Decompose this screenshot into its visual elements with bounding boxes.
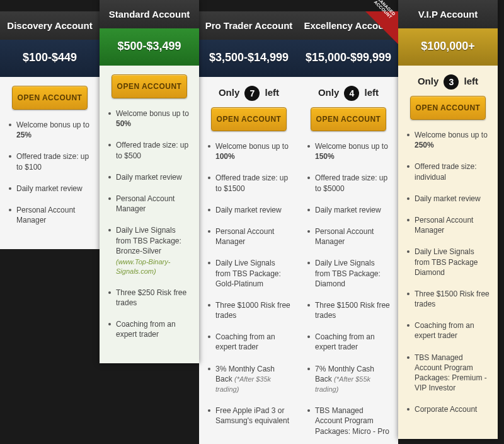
feature-list: Welcome bonus up to 250% Offered trade s… [406,130,490,415]
list-item: Three $1500 Risk free trades [307,300,391,320]
list-item: Corporate Account [407,404,490,414]
plan-body: Only 7 left OPEN ACCOUNT Welcome bonus u… [199,77,299,444]
open-account-button[interactable]: OPEN ACCOUNT [311,107,386,131]
feature-list: Welcome bonus up to 25% Offered trade si… [8,120,92,225]
list-item: Personal Account Manager [9,205,92,225]
list-item: Welcome bonus up to 100% [208,141,291,161]
list-item: Coaching from an expert trader [208,332,291,352]
feature-list: Welcome bonus up to 50% Offered trade si… [107,108,192,339]
list-item: Offered trade size: up to $5000 [307,173,391,193]
list-item: Daily Live Signals from TBS Package: Gol… [208,258,291,289]
list-item: TBS Managed Account Program Packages: Pr… [407,353,490,394]
plan-body: OPEN ACCOUNT Welcome bonus up to 50% Off… [100,66,199,363]
list-item: Daily market review [307,205,391,215]
plan-discovery: Discovery Account $100-$449 OPEN ACCOUNT… [0,11,100,249]
plan-price: $3,500-$14,999 [199,40,299,77]
plan-price: $15,000-$99,999 [299,40,398,77]
plan-vip: V.I.P Account $100,000+ Only 3 left OPEN… [398,0,498,439]
plan-body: Only 3 left OPEN ACCOUNT Welcome bonus u… [398,66,498,439]
feature-list: Welcome bonus up to 100% Offered trade s… [207,141,291,426]
list-item: Personal Account Manager [407,215,490,235]
list-item: TBS Managed Account Program Packages: Mi… [307,406,391,436]
list-item: Personal Account Manager [208,226,291,247]
list-item: Daily Live Signals from TBS Package: Dia… [307,258,391,289]
list-item: Welcome bonus up to 50% [108,108,192,129]
list-item: Coaching from an expert trader [307,332,391,352]
only-left-label: Only 3 left [406,74,490,90]
list-item: Daily market review [9,184,92,194]
list-item: Daily market review [108,172,192,182]
only-left-count: 3 [444,74,459,90]
list-item: Daily market review [208,205,291,215]
list-item: Coaching from an expert trader [108,319,192,339]
pricing-table: Discovery Account $100-$449 OPEN ACCOUNT… [0,0,504,444]
list-item: Three $1500 Risk free trades [407,289,490,309]
list-item: Daily Live Signals from TBS Package: Bro… [108,225,192,276]
plan-title: Discovery Account [0,11,100,40]
list-item: Three $1000 Risk free trades [208,300,291,320]
list-item: Welcome bonus up to 250% [407,130,490,150]
list-item: Offered trade size: up to $1500 [208,173,291,193]
plan-price: $100,000+ [398,28,498,66]
plan-title: Standard Account [100,0,199,28]
plan-standard: Standard Account $500-$3,499 OPEN ACCOUN… [100,0,199,363]
plan-title: V.I.P Account [398,0,498,28]
only-left-label: Only 7 left [207,86,291,101]
open-account-button[interactable]: OPEN ACCOUNT [12,86,88,110]
list-item: Offered trade size: up to $500 [108,140,192,160]
list-item: Coaching from an expert trader [407,320,490,341]
plan-excellency: MANAGED ACCOUNT Excellency Account $15,0… [299,11,398,444]
only-left-count: 4 [344,86,359,101]
list-item: Offered trade size: up to $100 [9,151,92,172]
only-left-label: Only 4 left [306,86,391,101]
list-item: Free Apple iPad 3 or Samsung's equivalen… [208,406,291,426]
only-left-count: 7 [244,86,260,101]
list-item: Three $250 Risk free trades [108,288,192,308]
plan-pro-trader: Pro Trader Account $3,500-$14,999 Only 7… [199,11,299,444]
list-item: Daily market review [407,194,490,204]
list-item: 3% Monthly Cash Back (*After $35k tradin… [208,364,291,395]
open-account-button[interactable]: OPEN ACCOUNT [112,74,187,98]
list-item: Offered trade size: individual [407,161,490,182]
feature-list: Welcome bonus up to 150% Offered trade s… [306,141,391,436]
plan-body: OPEN ACCOUNT Welcome bonus up to 25% Off… [0,77,100,249]
list-item: 7% Monthly Cash Back (*After $55k tradin… [307,364,391,395]
open-account-button[interactable]: OPEN ACCOUNT [211,107,287,131]
list-item: Personal Account Manager [108,194,192,214]
list-item: Welcome bonus up to 25% [9,120,92,140]
open-account-button[interactable]: OPEN ACCOUNT [410,96,486,120]
plan-body: Only 4 left OPEN ACCOUNT Welcome bonus u… [299,77,398,444]
list-item: Daily Live Signals from TBS Package Diam… [407,247,490,278]
list-item: Welcome bonus up to 150% [307,141,391,161]
plan-price: $100-$449 [0,40,100,77]
plan-title: Pro Trader Account [199,11,299,40]
plan-price: $500-$3,499 [100,28,199,66]
list-item: Personal Account Manager [307,226,391,247]
